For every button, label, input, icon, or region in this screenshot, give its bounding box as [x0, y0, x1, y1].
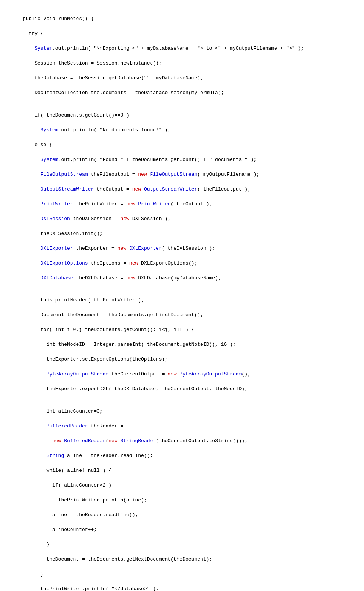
- code-line: System.out.println( "\nExporting <" + my…: [23, 45, 341, 52]
- code-line: DXLExportOptions theOptions = new DXLExp…: [23, 260, 341, 267]
- code-line: aLineCounter++;: [23, 526, 341, 534]
- code-line: int theNodeID = Integer.parseInt( theDoc…: [23, 341, 341, 348]
- code-line: theDatabase = theSession.getDatabase("",…: [23, 74, 341, 82]
- code-line: BufferedReader theReader =: [23, 422, 341, 430]
- code-line: if( aLineCounter>2 ): [23, 482, 341, 489]
- code-line: aLine = theReader.readLine();: [23, 511, 341, 519]
- code-line: this.printHeader( thePrintWriter );: [23, 296, 341, 304]
- code-line: else {: [23, 141, 341, 149]
- code-line: OutputStreamWriter theOutput = new Outpu…: [23, 186, 341, 193]
- code-line: }: [23, 541, 341, 548]
- code-line: DocumentCollection theDocuments = theDat…: [23, 89, 341, 97]
- code-line: DXLExporter theExporter = new DXLExporte…: [23, 245, 341, 252]
- code-line: System.out.println( "Found " + theDocume…: [23, 156, 341, 164]
- code-block: public void runNotes() { try { System.ou…: [23, 11, 341, 591]
- code-line: theExporter.exportDXL( theDXLDatabase, t…: [23, 385, 341, 393]
- code-line: public void runNotes() {: [23, 15, 341, 23]
- code-line: theDXLSession.init();: [23, 230, 341, 238]
- code-line: Document theDocument = theDocuments.getF…: [23, 311, 341, 319]
- code-line: }: [23, 571, 341, 578]
- code-line: new BufferedReader(new StringReader(theC…: [23, 437, 341, 445]
- code-line: while( aLine!=null ) {: [23, 467, 341, 474]
- code-line: PrintWriter thePrintWriter = new PrintWr…: [23, 200, 341, 208]
- code-line: theDocument = theDocuments.getNextDocume…: [23, 556, 341, 563]
- code-container: public void runNotes() { try { System.ou…: [15, 8, 349, 591]
- code-line: for( int i=0,j=theDocuments.getCount(); …: [23, 326, 341, 334]
- code-line: if( theDocuments.getCount()==0 ): [23, 112, 341, 119]
- code-line: DXLDatabase theDXLDatabase = new DXLData…: [23, 274, 341, 282]
- code-line: thePrintWriter.println(aLine);: [23, 496, 341, 504]
- code-line: DXLSession theDXLSession = new DXLSessio…: [23, 215, 341, 223]
- code-line: theExporter.setExportOptions(theOptions)…: [23, 356, 341, 363]
- code-line: try {: [23, 30, 341, 38]
- code-line: int aLineCounter=0;: [23, 408, 341, 415]
- code-line: FileOutputStream theFileoutput = new Fil…: [23, 171, 341, 178]
- page-container: public void runNotes() { try { System.ou…: [0, 0, 364, 591]
- code-line: Session theSession = Session.newInstance…: [23, 60, 341, 67]
- code-line: String aLine = theReader.readLine();: [23, 452, 341, 460]
- code-line: System.out.println( "No documents found!…: [23, 126, 341, 134]
- code-line: thePrintWriter.println( "</database>" );: [23, 585, 341, 591]
- code-line: ByteArrayOutputStream theCurrentOutput =…: [23, 370, 341, 378]
